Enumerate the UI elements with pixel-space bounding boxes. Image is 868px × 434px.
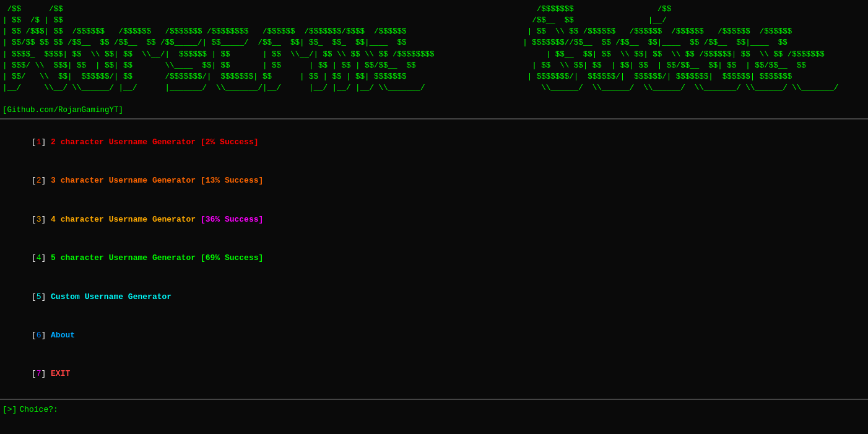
ascii-line-1: /$$ /$$ /$$$$$$$ /$$ | $$ /$ | $$ — [2, 5, 843, 92]
menu-item-1[interactable]: [1] 2 character Username Generator [2% S… — [2, 123, 866, 162]
menu-item-4[interactable]: [4] 5 character Username Generator [69% … — [2, 239, 866, 277]
prompt-indicator: [>] — [2, 405, 17, 414]
menu-item-6[interactable]: [6] About — [2, 316, 866, 355]
ascii-art: /$$ /$$ /$$$$$$$ /$$ | $$ /$ | $$ — [0, 0, 868, 118]
choice-input[interactable] — [59, 405, 183, 414]
github-link: [Github.com/RojanGamingYT] — [2, 106, 123, 115]
menu-item-5[interactable]: [5] Custom Username Generator — [2, 278, 866, 316]
input-section: [>] Choice?: — [0, 400, 868, 417]
choice-label: Choice?: — [19, 405, 58, 414]
menu-item-2[interactable]: [2] 3 character Username Generator [13% … — [2, 162, 866, 201]
menu: [1] 2 character Username Generator [2% S… — [0, 119, 868, 396]
menu-item-3[interactable]: [3] 4 character Username Generator [36% … — [2, 201, 866, 239]
menu-item-7[interactable]: [7] EXIT — [2, 355, 866, 394]
terminal: /$$ /$$ /$$$$$$$ /$$ | $$ /$ | $$ — [0, 0, 868, 434]
